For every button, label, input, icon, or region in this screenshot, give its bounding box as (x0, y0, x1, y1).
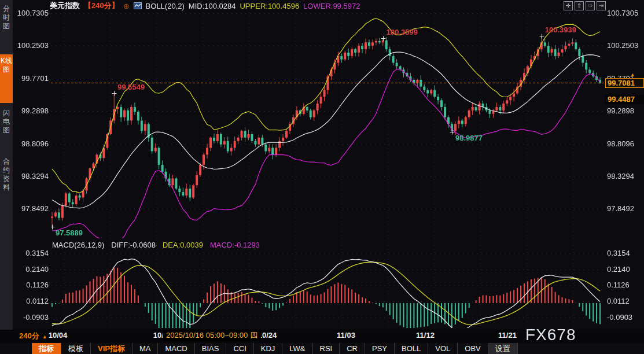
toolbar-item-KDJ[interactable]: KDJ (254, 343, 283, 354)
macd-indicator-label: MACD(26,12,9) (52, 241, 104, 249)
sidebar-item-2[interactable]: K线图 (0, 54, 13, 103)
toolbar-item-设置[interactable]: 设置 (488, 343, 518, 354)
date-label: 11/03 (337, 331, 355, 340)
toolbar-item-BOLL[interactable]: BOLL (395, 343, 428, 354)
price-axis-label-left: 99.2898 (15, 106, 49, 115)
toolbar-item-BIAS[interactable]: BIAS (195, 343, 227, 354)
sidebar-item-1[interactable]: 分时图 (0, 2, 13, 33)
price-axis-label-right: 97.8492 (607, 204, 634, 213)
zoom-x-axis-icon[interactable]: ⇨ (586, 1, 595, 10)
current-price-badge: 99.7081 (605, 78, 644, 88)
price-axis-label-right: 98.8096 (607, 139, 634, 148)
toolbar-item-VOL[interactable]: VOL (428, 343, 458, 354)
boll-upper-value: UPPER:100.4596 (240, 2, 299, 10)
collapse-panel-icon[interactable]: ⇥ (597, 1, 606, 10)
triangle-up-icon: ▲ (42, 334, 47, 340)
macd-axis-label-left: 0.0112 (15, 297, 49, 305)
crosshair-date-tooltip: 2025/10/16 05:00~09:00 四 (163, 330, 261, 341)
extreme-price-annotation: 100.3599 (387, 28, 418, 36)
trading-app: 分时图K线图闪电图合约资料 美元指数 【240分】 ⊕ BOLL(20,2) M… (0, 0, 644, 354)
time-axis: 240分▲ 10/0410/1510/2411/0311/1211/21 202… (0, 329, 644, 343)
extreme-price-annotation: 99.5549 (117, 83, 145, 91)
macd-diff-value: DIFF:-0.0608 (111, 241, 156, 249)
price-axis-label-right: 100.2503 (607, 41, 638, 50)
macd-axis-label-right: 0.2140 (607, 265, 630, 274)
period-selector-label: 240分 (19, 331, 39, 340)
macd-axis-label-right: 0.0112 (607, 297, 630, 305)
price-axis-label-left: 100.7305 (15, 9, 49, 17)
macd-axis-label-right: 0.1126 (607, 281, 630, 289)
macd-axis-label-left: 0.2140 (15, 265, 49, 274)
indicator-toolbar: 指标模板VIP指标MAMACDBIASCCIKDJLW&RSICRPSYBOLL… (0, 343, 644, 354)
price-axis-label-right: 99.2898 (607, 106, 634, 115)
price-axis-label-left: 97.8492 (15, 204, 49, 213)
toolbar-item-指标[interactable]: 指标 (32, 343, 61, 354)
toolbar-item-MA[interactable]: MA (133, 343, 159, 354)
sidebar: 分时图K线图闪电图合约资料 (0, 0, 13, 330)
zoom-y-axis-icon[interactable]: ⇧ (575, 1, 584, 10)
date-label: 10/04 (49, 331, 68, 340)
macd-axis-label-right: -0.0903 (607, 313, 632, 322)
boll-mid-value: MID:100.0284 (189, 2, 236, 10)
price-axis-label-left: 98.8096 (15, 139, 49, 148)
extreme-price-annotation: 97.5889 (56, 228, 83, 237)
crosshair-icon[interactable]: ✛ (564, 1, 573, 10)
price-axis-label-left: 100.2503 (15, 41, 49, 50)
boll-indicator-label: BOLL(20,2) (146, 2, 185, 10)
boll-lower-value: LOWER:99.5972 (303, 2, 360, 10)
date-label: 11/12 (416, 331, 435, 340)
price-axis-label-left: 98.3294 (15, 172, 49, 180)
toolbar-item-MACD[interactable]: MACD (158, 343, 194, 354)
price-axis-label-right: 98.3294 (607, 172, 634, 180)
toolbar-item-CR[interactable]: CR (340, 343, 365, 354)
extreme-price-annotation: 98.9877 (455, 134, 483, 142)
macd-bar-value: MACD:-0.1293 (210, 241, 260, 249)
extreme-price-annotation: 100.3939 (545, 25, 576, 34)
date-label: 11/21 (498, 331, 517, 340)
macd-dea-value: DEA:0.0039 (163, 241, 203, 249)
toolbar-item-RSI[interactable]: RSI (313, 343, 340, 354)
period-tag[interactable]: 【240分】 (84, 1, 119, 11)
macd-axis-label-right: 0.3154 (607, 249, 630, 257)
toolbar-item-OBV[interactable]: OBV (458, 343, 488, 354)
toolbar-item-VIP指标[interactable]: VIP指标 (91, 343, 133, 354)
price-arrow-icon: ▲ (630, 72, 635, 78)
price-axis-label-left: 99.7701 (15, 74, 49, 83)
price-axis-label-right: 100.7305 (607, 9, 638, 17)
kline-chart-canvas[interactable] (0, 0, 644, 354)
macd-axis-label-left: 0.1126 (15, 281, 49, 289)
macd-axis-label-left: 0.3154 (15, 249, 49, 257)
watermark: FX678 (525, 326, 576, 344)
add-indicator-icon[interactable]: ⊕ (123, 2, 130, 10)
chart-header: 美元指数 【240分】 ⊕ BOLL(20,2) MID:100.0284 UP… (50, 1, 360, 11)
macd-header: MACD(26,12,9) DIFF:-0.0608 DEA:0.0039 MA… (52, 241, 260, 249)
macd-axis-label-left: -0.0903 (15, 313, 49, 322)
toolbar-item-LW&[interactable]: LW& (282, 343, 312, 354)
chart-tool-icons: ✛⇧⇨⇥ (564, 1, 606, 10)
period-selector[interactable]: 240分▲ (19, 331, 47, 341)
sidebar-item-4[interactable]: 合约资料 (0, 155, 13, 214)
chart-style-icon[interactable] (134, 2, 142, 9)
toolbar-item-CCI[interactable]: CCI (226, 343, 253, 354)
toolbar-item-模板[interactable]: 模板 (61, 343, 91, 354)
symbol-title: 美元指数 (50, 1, 80, 11)
toolbar-item-PSY[interactable]: PSY (365, 343, 395, 354)
secondary-price-badge: 99.4487 (605, 95, 644, 104)
sidebar-item-3[interactable]: 闪电图 (0, 106, 13, 152)
